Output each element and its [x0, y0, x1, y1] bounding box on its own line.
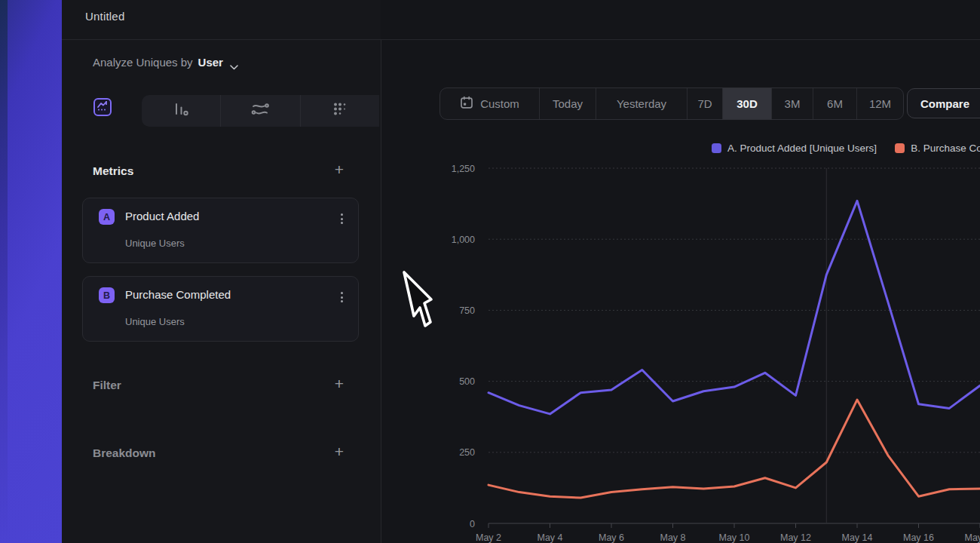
- x-tick-label: May 2: [476, 532, 501, 543]
- line-chart[interactable]: 02505007501,0001,250May 2May 4May 6May 8…: [0, 0, 980, 543]
- y-tick-label: 0: [470, 519, 475, 529]
- mouse-cursor: [400, 269, 438, 333]
- y-tick-label: 1,250: [452, 164, 475, 174]
- series-line-a: [488, 201, 980, 414]
- x-tick-label: May 8: [660, 532, 685, 543]
- series-line-b: [488, 400, 980, 498]
- x-tick-label: May 6: [599, 532, 624, 543]
- app-window: Untitled Analyze Uniques by User: [0, 0, 980, 543]
- y-tick-label: 1,000: [452, 235, 475, 245]
- x-tick-label: May 12: [780, 532, 811, 543]
- x-tick-label: May 10: [719, 532, 750, 543]
- x-tick-label: May 14: [842, 532, 873, 543]
- x-tick-label: May 16: [903, 532, 934, 543]
- y-tick-label: 500: [459, 376, 475, 387]
- y-tick-label: 750: [459, 305, 475, 316]
- y-tick-label: 250: [459, 447, 475, 458]
- x-tick-label: May 18: [965, 532, 980, 543]
- x-tick-label: May 4: [537, 532, 562, 543]
